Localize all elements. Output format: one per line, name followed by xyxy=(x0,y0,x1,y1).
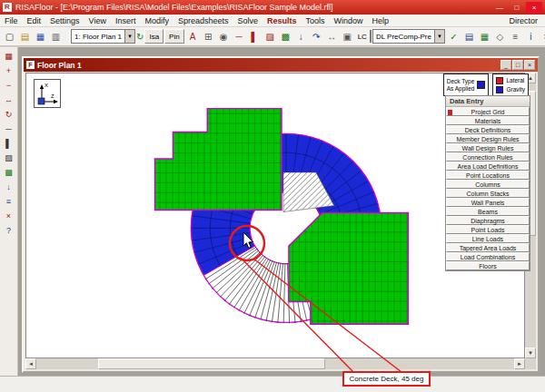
data-entry-title[interactable]: Data Entry xyxy=(446,96,530,107)
data-entry-point-loads[interactable]: Point Loads xyxy=(446,225,530,234)
draw-deck-icon[interactable]: ▩ xyxy=(278,29,293,44)
chevron-down-icon: ▼ xyxy=(434,30,444,43)
floor-plan-titlebar[interactable]: F Floor Plan 1 _ □ × xyxy=(24,58,538,72)
data-entry-member-design-rules[interactable]: Member Design Rules xyxy=(446,134,530,143)
floor-plan-select[interactable]: 1: Floor Plan 1 ▼ xyxy=(71,29,135,44)
data-entry-line-loads[interactable]: Line Loads xyxy=(446,234,530,243)
menu-window[interactable]: Window xyxy=(330,16,368,25)
data-entry-connection-rules[interactable]: Connection Rules xyxy=(446,152,530,162)
draw-beam-icon[interactable]: ─ xyxy=(2,122,15,135)
spreadsheet-icon[interactable]: ▦ xyxy=(477,29,492,44)
data-entry-columns[interactable]: Columns xyxy=(446,180,530,189)
data-entry-load-combinations[interactable]: Load Combinations xyxy=(446,252,530,261)
close-button[interactable]: × xyxy=(526,2,542,14)
data-entry-wall-design-rules[interactable]: Wall Design Rules xyxy=(446,143,530,152)
menu-help[interactable]: Help xyxy=(368,16,394,25)
menu-spreadsheets[interactable]: Spreadsheets xyxy=(173,16,233,25)
child-close-button[interactable]: × xyxy=(524,60,535,70)
deck-tooltip: Concrete Deck, 45 deg xyxy=(342,371,431,387)
data-entry-beams[interactable]: Beams xyxy=(446,207,530,216)
snap-icon[interactable]: ◉ xyxy=(216,29,232,44)
child-minimize-button[interactable]: _ xyxy=(500,60,511,70)
point-load-icon[interactable]: ↓ xyxy=(293,29,309,44)
new-view-icon[interactable]: ▦ xyxy=(2,50,15,63)
data-entry-deck-definitions[interactable]: Deck Definitions xyxy=(446,125,530,134)
results-icon[interactable]: ▤ xyxy=(461,29,477,44)
lc-count-box[interactable] xyxy=(370,30,372,43)
zoom-out-icon[interactable]: − xyxy=(2,79,15,92)
grid-icon[interactable]: ⊞ xyxy=(201,29,216,44)
data-entry-area-load-definitions[interactable]: Area Load Definitions xyxy=(446,162,530,171)
lateral-label: Lateral xyxy=(506,76,524,84)
zoom-in-icon[interactable]: + xyxy=(2,64,15,77)
menu-results[interactable]: Results xyxy=(263,16,302,25)
model-icon-group: A⊞◉─▌▨▩↓↷↔▣ xyxy=(185,29,355,44)
point-load-icon[interactable]: ↓ xyxy=(2,181,15,193)
horizontal-scrollbar[interactable]: ◄ ► xyxy=(25,358,525,369)
child-restore-button[interactable]: □ xyxy=(512,60,523,70)
menu-tools[interactable]: Tools xyxy=(302,16,330,25)
menu-bar: FileEditSettingsViewInsertModifySpreadsh… xyxy=(0,15,545,27)
print-icon[interactable]: ▥ xyxy=(48,29,64,44)
data-entry-project-grid[interactable]: Project Grid xyxy=(446,107,530,116)
close-view-icon[interactable]: × xyxy=(539,29,545,44)
draw-column-icon[interactable]: ▌ xyxy=(2,137,15,150)
floor-plan-window: F Floor Plan 1 _ □ × xyxy=(22,56,540,373)
redraw-icon[interactable]: ↻ xyxy=(136,29,144,44)
deck-legend: Deck Type As Applied Lateral Gravity xyxy=(443,74,529,96)
deck-legend-line1: Deck Type xyxy=(447,78,475,85)
lc-label: LC xyxy=(356,33,369,41)
draw-column-icon[interactable]: ▌ xyxy=(247,29,263,44)
data-entry-point-locations[interactable]: Point Locations xyxy=(446,171,530,180)
delete-icon[interactable]: × xyxy=(2,210,15,222)
data-entry-tapered-area-loads[interactable]: Tapered Area Loads xyxy=(446,243,530,252)
menu-director[interactable]: Director xyxy=(509,16,545,25)
draw-deck-icon[interactable]: ▩ xyxy=(2,166,15,179)
solve-icon[interactable]: ✓ xyxy=(446,29,461,44)
scroll-right-icon[interactable]: ► xyxy=(514,358,525,369)
status-bar xyxy=(0,376,545,392)
scroll-left-icon[interactable]: ◄ xyxy=(25,358,36,369)
pin-button[interactable]: Pin xyxy=(164,29,184,44)
font-icon[interactable]: A xyxy=(185,29,201,44)
axes-indicator: X Z xyxy=(34,79,61,108)
draw-beam-icon[interactable]: ─ xyxy=(232,29,247,44)
help-icon[interactable]: ? xyxy=(2,224,15,237)
data-entry-items: Project GridMaterialsDeck DefinitionsMem… xyxy=(446,107,530,270)
menu-settings[interactable]: Settings xyxy=(45,16,84,25)
menu-insert[interactable]: Insert xyxy=(111,16,141,25)
maximize-button[interactable]: □ xyxy=(509,2,525,14)
rotate-icon[interactable]: ↻ xyxy=(2,108,15,121)
moment-load-icon[interactable]: ↷ xyxy=(309,29,324,44)
draw-wall-icon[interactable]: ▨ xyxy=(2,152,15,164)
new-file-icon[interactable]: ▢ xyxy=(2,29,17,44)
render-3d-icon[interactable]: ◇ xyxy=(492,29,508,44)
results-icon-group: ✓▤▦◇≡i× xyxy=(446,29,545,44)
snapshot-icon[interactable]: ▣ xyxy=(340,29,355,44)
horizontal-scroll-thumb[interactable] xyxy=(98,358,325,369)
menu-modify[interactable]: Modify xyxy=(140,16,173,25)
data-entry-diaphragms[interactable]: Diaphragms xyxy=(446,216,530,225)
app-titlebar: R RISAFloor - [E:\Program Files\RISA\Mod… xyxy=(0,0,545,15)
deck-type-legend: Deck Type As Applied xyxy=(443,74,490,96)
open-icon[interactable]: ▤ xyxy=(17,29,33,44)
menu-edit[interactable]: Edit xyxy=(23,16,46,25)
data-entry-wall-panels[interactable]: Wall Panels xyxy=(446,198,530,207)
load-case-select[interactable]: DL PreComp-Pre ▼ xyxy=(372,29,445,44)
data-entry-column-stacks[interactable]: Column Stacks xyxy=(446,189,530,198)
draw-wall-icon[interactable]: ▨ xyxy=(263,29,278,44)
data-entry-materials[interactable]: Materials xyxy=(446,116,530,125)
dimension-icon[interactable]: ↔ xyxy=(324,29,340,44)
menu-solve[interactable]: Solve xyxy=(233,16,263,25)
menu-file[interactable]: File xyxy=(0,16,23,25)
info-icon[interactable]: i xyxy=(523,29,539,44)
isa-button[interactable]: Isa xyxy=(144,29,164,44)
line-load-icon[interactable]: ≡ xyxy=(2,195,15,208)
menu-view[interactable]: View xyxy=(84,16,111,25)
minimize-button[interactable]: — xyxy=(491,2,508,14)
data-entry-floors[interactable]: Floors xyxy=(446,261,530,270)
scroll-down-icon[interactable]: ▼ xyxy=(525,348,536,358)
options-icon[interactable]: ≡ xyxy=(508,29,523,44)
save-icon[interactable]: ▦ xyxy=(33,29,48,44)
pan-icon[interactable]: ↔ xyxy=(2,93,15,106)
